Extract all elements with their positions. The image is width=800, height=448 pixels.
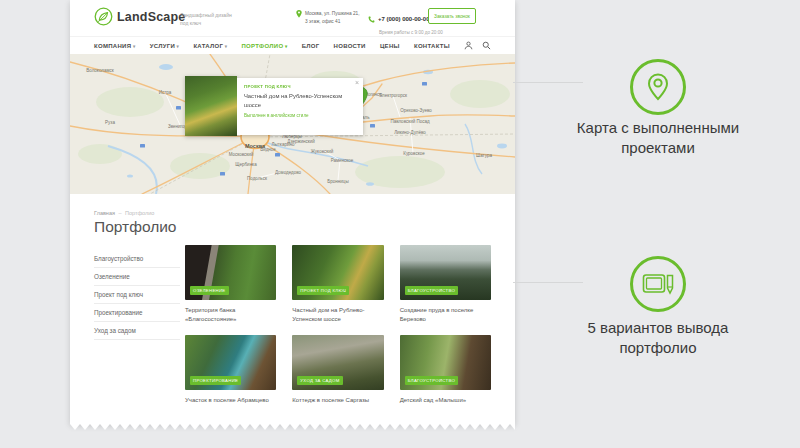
close-icon[interactable]: × <box>355 79 359 86</box>
portfolio-card-badge: БЛАГОУСТРОЙСТВО <box>405 286 459 295</box>
map-town-label: Бронницы <box>327 179 348 184</box>
tagline: Ландшафтный дизайн под ключ <box>180 11 232 27</box>
nav-item[interactable]: КАТАЛОГ <box>193 43 227 49</box>
portfolio-card-photo: ОЗЕЛЕНЕНИЕ <box>185 245 276 300</box>
nav-item[interactable]: БЛОГ <box>302 43 320 49</box>
map-town-label: Орехово-Зуево <box>400 108 432 113</box>
site-header: LandScape Ландшафтный дизайн под ключ Мо… <box>70 0 515 36</box>
map-town-label: Раменское <box>331 158 354 163</box>
portfolio-card-badge: УХОД ЗА САДОМ <box>297 376 342 385</box>
portfolio-card[interactable]: ПРОЕКТИРОВАНИЕ Участок в поселке Абрамце… <box>185 335 276 405</box>
portfolio-grid: ОЗЕЛЕНЕНИЕ Территория банка «Благосостоя… <box>185 245 491 405</box>
map-town-label: Щербинка <box>235 162 256 167</box>
breadcrumb-separator: – <box>118 210 121 216</box>
portfolio-card[interactable]: ПРОЕКТ ПОД КЛЮЧ Частный дом на Рублево-У… <box>292 245 383 325</box>
location-pin-icon <box>296 10 302 18</box>
nav-item[interactable]: НОВОСТИ <box>334 43 366 49</box>
portfolio-card-caption: Частный дом на Рублево-Успенском шоссе <box>292 306 383 325</box>
map-town-label: Видное <box>260 147 276 152</box>
portfolio-card-photo: БЛАГОУСТРОЙСТВО <box>400 335 491 390</box>
portfolio-card-caption: Территория банка «Благосостояние» <box>185 306 276 325</box>
leaf-logo-icon <box>94 7 113 26</box>
project-popup-badge: ПРОЕКТ ПОД КЛЮЧ <box>244 84 356 89</box>
breadcrumb: Главная – Портфолио <box>94 210 154 216</box>
main-nav: КОМПАНИЯ УСЛУГИ КАТАЛОГ ПОРТФОЛИО БЛОГ Н… <box>70 36 515 54</box>
map-pin-icon <box>646 72 670 102</box>
site-screenshot: LandScape Ландшафтный дизайн под ключ Мо… <box>70 0 515 432</box>
page-title: Портфолио <box>94 218 177 236</box>
map-town-label: Куровское <box>403 151 424 156</box>
portfolio-card-badge: БЛАГОУСТРОЙСТВО <box>405 376 459 385</box>
map-town-label: Ликино-Дулёво <box>394 130 426 135</box>
nav-item[interactable]: КОНТАКТЫ <box>414 43 450 49</box>
portfolio-filter-item[interactable]: Проект под ключ <box>94 286 180 304</box>
logo-text: LandScape <box>117 10 186 24</box>
portfolio-feature-caption: 5 вариантов вывода портфолио <box>563 318 753 359</box>
portfolio-views-icon <box>642 271 674 297</box>
nav-item[interactable]: УСЛУГИ <box>150 43 179 49</box>
portfolio-card[interactable]: БЛАГОУСТРОЙСТВО Создание пруда в поселке… <box>400 245 491 325</box>
portfolio-card-badge: ОЗЕЛЕНЕНИЕ <box>190 286 229 295</box>
map-town-label: Дзержинский <box>287 139 314 144</box>
map-feature-circle <box>630 59 686 115</box>
nav-icons <box>464 41 491 50</box>
phone-number[interactable]: +7 (000) 000-00-00 <box>378 16 430 22</box>
order-call-button[interactable]: Заказать звонок <box>428 8 476 24</box>
project-popup-title: Частный дом на Рублево-Успенском шоссе <box>244 92 356 109</box>
nav-items: КОМПАНИЯ УСЛУГИ КАТАЛОГ ПОРТФОЛИО БЛОГ Н… <box>94 43 450 49</box>
working-hours: Время работы с 9:00 до 20:00 <box>379 30 443 35</box>
map-town-label: Волоколамск <box>86 68 113 73</box>
nav-item[interactable]: КОМПАНИЯ <box>94 43 135 49</box>
map-town-label: Московский <box>229 152 254 157</box>
map-town-label: Руза <box>105 120 115 125</box>
breadcrumb-current: Портфолио <box>125 210 154 216</box>
address-block: Москва, ул. Пушкина 21, 3 этаж, офис 41 <box>296 10 360 25</box>
portfolio-card[interactable]: ОЗЕЛЕНЕНИЕ Территория банка «Благосостоя… <box>185 245 276 325</box>
portfolio-card[interactable]: БЛАГОУСТРОЙСТВО Детский сад «Малыши» <box>400 335 491 405</box>
portfolio-card-caption: Коттедж в поселке Саргазы <box>292 396 383 405</box>
map-town-label: Истра <box>159 90 172 95</box>
torn-edge <box>70 424 515 432</box>
portfolio-card-badge: ПРОЕКТ ПОД КЛЮЧ <box>297 286 349 295</box>
breadcrumb-home[interactable]: Главная <box>94 210 115 216</box>
logo[interactable]: LandScape <box>94 7 186 26</box>
portfolio-filters: Благоустройство Озеленение Проект под кл… <box>94 250 180 340</box>
map-town-label: Подольск <box>247 176 267 181</box>
portfolio-card-photo: УХОД ЗА САДОМ <box>292 335 383 390</box>
nav-item[interactable]: ЦЕНЫ <box>380 43 400 49</box>
search-icon[interactable] <box>482 41 491 50</box>
account-icon[interactable] <box>464 41 473 50</box>
portfolio-filter-item[interactable]: Благоустройство <box>94 250 180 268</box>
portfolio-feature-circle <box>630 256 686 312</box>
address-line1: Москва, ул. Пушкина 21, <box>305 10 360 18</box>
portfolio-card-photo: ПРОЕКТ ПОД КЛЮЧ <box>292 245 383 300</box>
address-line2: 3 этаж, офис 41 <box>305 18 360 26</box>
map-town-label: Жуковский <box>311 149 333 154</box>
connector-line <box>513 282 583 283</box>
portfolio-filter-item[interactable]: Проектирование <box>94 304 180 322</box>
portfolio-filter-item[interactable]: Уход за садом <box>94 322 180 340</box>
portfolio-card-caption: Детский сад «Малыши» <box>400 396 491 405</box>
nav-item[interactable]: ПОРТФОЛИО <box>241 43 287 49</box>
portfolio-card-caption: Участок в поселке Абрамцево <box>185 396 276 405</box>
portfolio-card[interactable]: УХОД ЗА САДОМ Коттедж в поселке Саргазы <box>292 335 383 405</box>
portfolio-filter-item[interactable]: Озеленение <box>94 268 180 286</box>
project-popup-link[interactable]: Выполнен в английском стиле <box>244 113 356 118</box>
phone-icon <box>368 16 375 23</box>
map-feature-caption: Карта с выполненными проектами <box>563 118 753 159</box>
site-page: LandScape Ландшафтный дизайн под ключ Мо… <box>70 0 515 424</box>
portfolio-card-badge: ПРОЕКТИРОВАНИЕ <box>190 376 241 385</box>
map-town-label: Электрогорск <box>379 93 407 98</box>
project-popup-panel: ПРОЕКТ ПОД КЛЮЧ Частный дом на Рублево-У… <box>237 78 363 135</box>
portfolio-card-caption: Создание пруда в поселке Березово <box>400 306 491 325</box>
project-popup-photo <box>185 76 237 136</box>
map-town-label: Шатура <box>476 153 492 158</box>
portfolio-card-photo: БЛАГОУСТРОЙСТВО <box>400 245 491 300</box>
projects-map[interactable]: Волоколамск Руза Истра Звенигород Москва… <box>70 54 515 194</box>
map-town-label: Павловский Посад <box>390 119 429 124</box>
portfolio-card-photo: ПРОЕКТИРОВАНИЕ <box>185 335 276 390</box>
map-town-label: Домодедово <box>275 170 301 175</box>
connector-line <box>513 82 583 83</box>
project-popup[interactable]: ПРОЕКТ ПОД КЛЮЧ Частный дом на Рублево-У… <box>185 76 363 136</box>
